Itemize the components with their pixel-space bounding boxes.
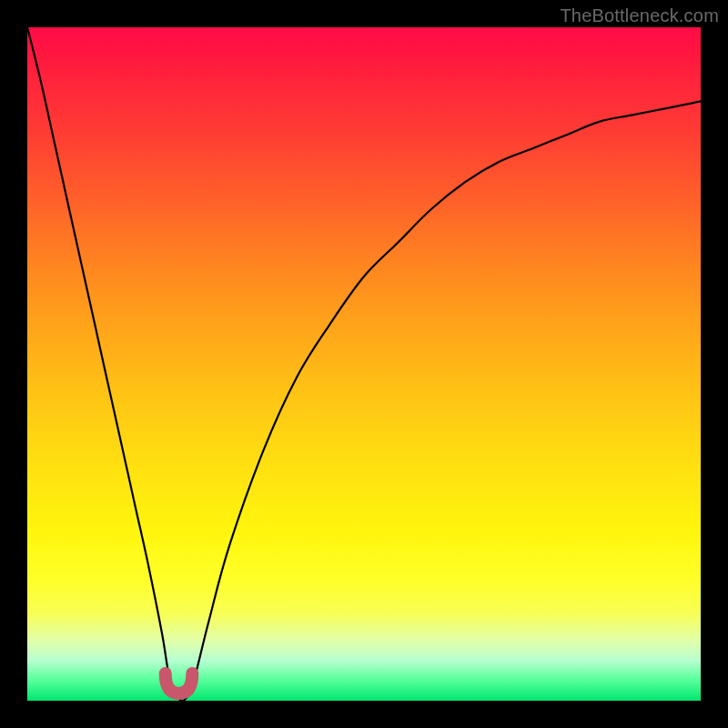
curve-layer (27, 27, 701, 701)
watermark-text: TheBottleneck.com (560, 5, 719, 26)
bottleneck-curve (27, 27, 701, 701)
chart-frame: TheBottleneck.com (0, 0, 728, 728)
plot-area (27, 27, 701, 701)
optimal-marker (166, 673, 193, 693)
